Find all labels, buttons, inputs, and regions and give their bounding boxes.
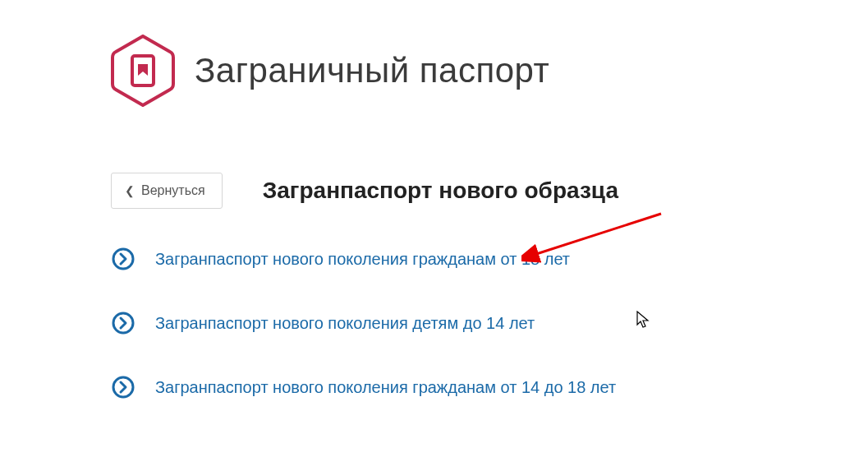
option-list: Загранпаспорт нового поколения гражданам…: [111, 247, 757, 399]
chevron-right-circle-icon: [111, 247, 135, 271]
chevron-right-circle-icon: [111, 375, 135, 399]
option-label: Загранпаспорт нового поколения детям до …: [155, 314, 535, 333]
svg-point-2: [113, 313, 133, 333]
passport-hexagon-icon: [111, 35, 175, 107]
option-passport-adults-18plus[interactable]: Загранпаспорт нового поколения гражданам…: [111, 247, 757, 271]
page-header: Заграничный паспорт: [111, 35, 757, 107]
option-label: Загранпаспорт нового поколения гражданам…: [155, 250, 570, 269]
svg-point-3: [113, 377, 133, 397]
option-label: Загранпаспорт нового поколения гражданам…: [155, 378, 616, 397]
option-passport-children-under14[interactable]: Загранпаспорт нового поколения детям до …: [111, 311, 757, 335]
section-title: Загранпаспорт нового образца: [124, 178, 757, 204]
page-title: Заграничный паспорт: [195, 51, 549, 90]
option-passport-14to18[interactable]: Загранпаспорт нового поколения гражданам…: [111, 375, 757, 399]
chevron-right-circle-icon: [111, 311, 135, 335]
subheader: ❮ Вернуться Загранпаспорт нового образца: [111, 173, 757, 209]
svg-point-1: [113, 249, 133, 269]
